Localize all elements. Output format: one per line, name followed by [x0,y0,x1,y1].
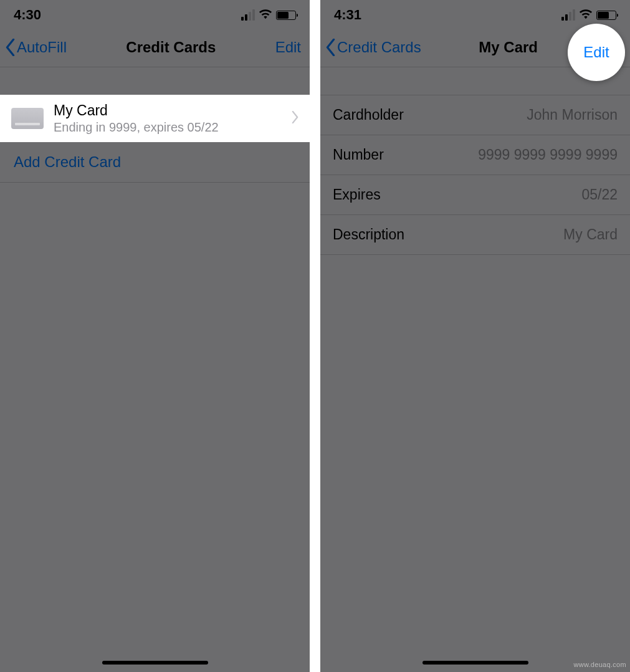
detail-row-description[interactable]: Description My Card [320,215,630,255]
status-bar: 4:30 [0,0,310,30]
edit-highlight: Edit [568,24,625,81]
cellular-icon [561,9,575,21]
detail-value: John Morrison [527,107,618,123]
back-button[interactable]: Credit Cards [325,39,421,56]
detail-label: Description [333,226,404,243]
home-indicator[interactable] [422,661,528,665]
battery-icon [276,11,296,20]
edit-button[interactable]: Edit [275,39,301,56]
detail-value: 05/22 [581,186,618,203]
watermark: www.deuaq.com [573,661,626,668]
wifi-icon [579,7,593,23]
cellular-icon [241,9,255,21]
credit-card-icon [11,108,44,129]
detail-label: Cardholder [333,107,404,123]
detail-row-number[interactable]: Number 9999 9999 9999 9999 [320,135,630,175]
detail-row-expires[interactable]: Expires 05/22 [320,175,630,215]
back-label: Credit Cards [337,39,421,56]
nav-bar: AutoFill Credit Cards Edit [0,30,310,67]
detail-row-cardholder[interactable]: Cardholder John Morrison [320,95,630,135]
card-detail-section: Cardholder John Morrison Number 9999 999… [320,95,630,255]
status-time: 4:30 [14,7,41,23]
detail-label: Number [333,146,384,163]
status-icons [561,7,616,23]
back-button[interactable]: AutoFill [5,39,67,56]
detail-label: Expires [333,186,381,203]
battery-icon [596,11,616,20]
credit-card-list: My Card Ending in 9999, expires 05/22 [0,95,310,142]
wifi-icon [259,7,272,23]
credit-card-row[interactable]: My Card Ending in 9999, expires 05/22 [0,95,310,142]
status-icons [241,7,296,23]
screen-card-detail: 4:31 Credit Cards My Card Edit Cardholde… [320,0,630,672]
nav-title: Credit Cards [67,39,275,56]
status-time: 4:31 [334,7,361,23]
chevron-left-icon [325,39,336,56]
card-title: My Card [54,102,292,120]
chevron-left-icon [5,39,16,56]
status-bar: 4:31 [320,0,630,30]
chevron-right-icon [292,111,298,126]
detail-value: 9999 9999 9999 9999 [478,146,618,163]
edit-button[interactable]: Edit [583,44,609,61]
screen-credit-cards-list: 4:30 AutoFill Credit Cards Edit My Card [0,0,310,672]
card-subtitle: Ending in 9999, expires 05/22 [54,120,292,135]
detail-value: My Card [563,226,618,243]
back-label: AutoFill [17,39,67,56]
home-indicator[interactable] [102,661,208,665]
add-credit-card-button[interactable]: Add Credit Card [0,142,310,183]
